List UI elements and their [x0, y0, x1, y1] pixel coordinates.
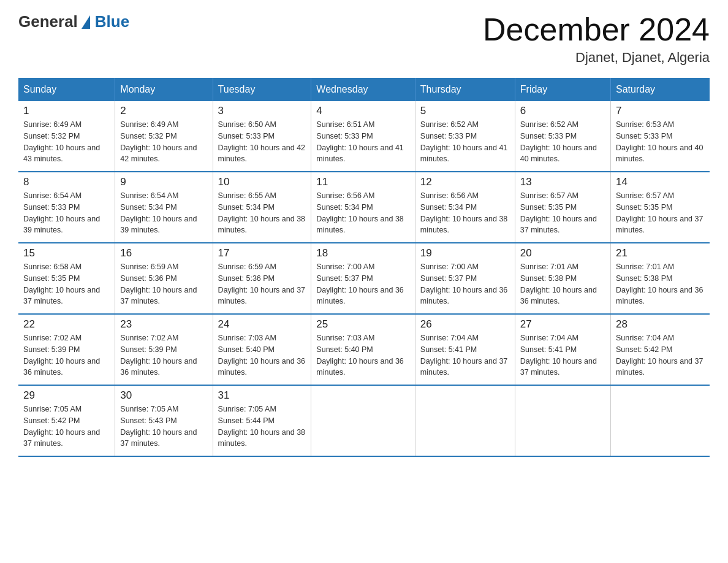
calendar-header-row: SundayMondayTuesdayWednesdayThursdayFrid…	[18, 78, 710, 101]
day-number: 7	[616, 105, 705, 117]
day-info: Sunrise: 7:03 AM Sunset: 5:40 PM Dayligh…	[316, 332, 409, 378]
day-number: 13	[520, 176, 605, 188]
day-info: Sunrise: 7:04 AM Sunset: 5:41 PM Dayligh…	[520, 332, 605, 378]
day-info: Sunrise: 7:05 AM Sunset: 5:42 PM Dayligh…	[23, 404, 110, 450]
day-info: Sunrise: 6:49 AM Sunset: 5:32 PM Dayligh…	[23, 119, 110, 165]
day-number: 25	[316, 318, 409, 331]
day-number: 29	[23, 389, 110, 402]
logo-triangle-icon	[82, 15, 90, 29]
week-row-5: 29 Sunrise: 7:05 AM Sunset: 5:42 PM Dayl…	[18, 385, 710, 456]
page-header: General Blue December 2024 Djanet, Djane…	[18, 12, 710, 66]
day-number: 30	[120, 389, 207, 402]
calendar-cell: 17 Sunrise: 6:59 AM Sunset: 5:36 PM Dayl…	[213, 243, 311, 314]
header-wednesday: Wednesday	[311, 78, 415, 101]
calendar-cell: 23 Sunrise: 7:02 AM Sunset: 5:39 PM Dayl…	[115, 314, 213, 385]
day-number: 16	[120, 247, 207, 259]
day-number: 15	[23, 247, 110, 259]
calendar-cell: 13 Sunrise: 6:57 AM Sunset: 5:35 PM Dayl…	[515, 172, 610, 243]
calendar-cell: 20 Sunrise: 7:01 AM Sunset: 5:38 PM Dayl…	[515, 243, 610, 314]
day-number: 27	[520, 318, 605, 331]
day-info: Sunrise: 6:52 AM Sunset: 5:33 PM Dayligh…	[520, 119, 605, 165]
header-tuesday: Tuesday	[213, 78, 311, 101]
header-thursday: Thursday	[415, 78, 515, 101]
day-info: Sunrise: 7:04 AM Sunset: 5:41 PM Dayligh…	[420, 332, 510, 378]
day-info: Sunrise: 6:53 AM Sunset: 5:33 PM Dayligh…	[616, 119, 705, 165]
day-info: Sunrise: 6:58 AM Sunset: 5:35 PM Dayligh…	[23, 261, 110, 307]
calendar-cell: 16 Sunrise: 6:59 AM Sunset: 5:36 PM Dayl…	[115, 243, 213, 314]
calendar-cell: 26 Sunrise: 7:04 AM Sunset: 5:41 PM Dayl…	[415, 314, 515, 385]
calendar-cell: 29 Sunrise: 7:05 AM Sunset: 5:42 PM Dayl…	[18, 385, 115, 456]
calendar-cell: 10 Sunrise: 6:55 AM Sunset: 5:34 PM Dayl…	[213, 172, 311, 243]
day-number: 1	[23, 105, 110, 117]
header-monday: Monday	[115, 78, 213, 101]
calendar-cell: 12 Sunrise: 6:56 AM Sunset: 5:34 PM Dayl…	[415, 172, 515, 243]
day-info: Sunrise: 7:00 AM Sunset: 5:37 PM Dayligh…	[316, 261, 409, 307]
day-info: Sunrise: 6:59 AM Sunset: 5:36 PM Dayligh…	[120, 261, 207, 307]
calendar-cell: 25 Sunrise: 7:03 AM Sunset: 5:40 PM Dayl…	[311, 314, 415, 385]
day-info: Sunrise: 7:01 AM Sunset: 5:38 PM Dayligh…	[616, 261, 705, 307]
calendar-cell: 21 Sunrise: 7:01 AM Sunset: 5:38 PM Dayl…	[610, 243, 710, 314]
header-friday: Friday	[515, 78, 610, 101]
day-number: 14	[616, 176, 705, 188]
calendar-cell: 15 Sunrise: 6:58 AM Sunset: 5:35 PM Dayl…	[18, 243, 115, 314]
day-number: 19	[420, 247, 510, 259]
week-row-1: 1 Sunrise: 6:49 AM Sunset: 5:32 PM Dayli…	[18, 101, 710, 172]
day-info: Sunrise: 6:50 AM Sunset: 5:33 PM Dayligh…	[218, 119, 306, 165]
day-number: 4	[316, 105, 409, 117]
calendar-cell: 4 Sunrise: 6:51 AM Sunset: 5:33 PM Dayli…	[311, 101, 415, 172]
calendar-cell: 19 Sunrise: 7:00 AM Sunset: 5:37 PM Dayl…	[415, 243, 515, 314]
logo-text-general: General	[18, 12, 78, 31]
day-info: Sunrise: 6:56 AM Sunset: 5:34 PM Dayligh…	[420, 190, 510, 236]
calendar-cell: 11 Sunrise: 6:56 AM Sunset: 5:34 PM Dayl…	[311, 172, 415, 243]
calendar-cell: 18 Sunrise: 7:00 AM Sunset: 5:37 PM Dayl…	[311, 243, 415, 314]
day-info: Sunrise: 6:54 AM Sunset: 5:33 PM Dayligh…	[23, 190, 110, 236]
day-number: 8	[23, 176, 110, 188]
day-number: 22	[23, 318, 110, 331]
calendar-cell: 22 Sunrise: 7:02 AM Sunset: 5:39 PM Dayl…	[18, 314, 115, 385]
calendar-cell: 2 Sunrise: 6:49 AM Sunset: 5:32 PM Dayli…	[115, 101, 213, 172]
day-number: 2	[120, 105, 207, 117]
header-saturday: Saturday	[610, 78, 710, 101]
day-number: 31	[218, 389, 306, 402]
day-number: 18	[316, 247, 409, 259]
logo-text-blue: Blue	[95, 12, 129, 31]
location-title: Djanet, Djanet, Algeria	[483, 50, 710, 66]
calendar-cell: 27 Sunrise: 7:04 AM Sunset: 5:41 PM Dayl…	[515, 314, 610, 385]
calendar-cell: 1 Sunrise: 6:49 AM Sunset: 5:32 PM Dayli…	[18, 101, 115, 172]
calendar-cell: 24 Sunrise: 7:03 AM Sunset: 5:40 PM Dayl…	[213, 314, 311, 385]
day-info: Sunrise: 7:00 AM Sunset: 5:37 PM Dayligh…	[420, 261, 510, 307]
logo: General Blue	[18, 12, 129, 31]
calendar-cell: 31 Sunrise: 7:05 AM Sunset: 5:44 PM Dayl…	[213, 385, 311, 456]
calendar-cell: 3 Sunrise: 6:50 AM Sunset: 5:33 PM Dayli…	[213, 101, 311, 172]
day-number: 26	[420, 318, 510, 331]
calendar-cell: 7 Sunrise: 6:53 AM Sunset: 5:33 PM Dayli…	[610, 101, 710, 172]
week-row-2: 8 Sunrise: 6:54 AM Sunset: 5:33 PM Dayli…	[18, 172, 710, 243]
week-row-3: 15 Sunrise: 6:58 AM Sunset: 5:35 PM Dayl…	[18, 243, 710, 314]
day-number: 6	[520, 105, 605, 117]
calendar-cell: 6 Sunrise: 6:52 AM Sunset: 5:33 PM Dayli…	[515, 101, 610, 172]
day-number: 12	[420, 176, 510, 188]
calendar-cell: 5 Sunrise: 6:52 AM Sunset: 5:33 PM Dayli…	[415, 101, 515, 172]
day-info: Sunrise: 6:49 AM Sunset: 5:32 PM Dayligh…	[120, 119, 207, 165]
day-number: 23	[120, 318, 207, 331]
day-number: 28	[616, 318, 705, 331]
month-title: December 2024	[483, 12, 710, 47]
calendar-cell	[311, 385, 415, 456]
day-info: Sunrise: 7:02 AM Sunset: 5:39 PM Dayligh…	[23, 332, 110, 378]
day-number: 24	[218, 318, 306, 331]
calendar-table: SundayMondayTuesdayWednesdayThursdayFrid…	[18, 78, 710, 457]
day-info: Sunrise: 6:55 AM Sunset: 5:34 PM Dayligh…	[218, 190, 306, 236]
title-block: December 2024 Djanet, Djanet, Algeria	[483, 12, 710, 66]
day-info: Sunrise: 7:05 AM Sunset: 5:44 PM Dayligh…	[218, 404, 306, 450]
day-info: Sunrise: 6:52 AM Sunset: 5:33 PM Dayligh…	[420, 119, 510, 165]
calendar-cell: 8 Sunrise: 6:54 AM Sunset: 5:33 PM Dayli…	[18, 172, 115, 243]
day-number: 11	[316, 176, 409, 188]
calendar-cell: 30 Sunrise: 7:05 AM Sunset: 5:43 PM Dayl…	[115, 385, 213, 456]
day-info: Sunrise: 6:57 AM Sunset: 5:35 PM Dayligh…	[520, 190, 605, 236]
calendar-cell: 28 Sunrise: 7:04 AM Sunset: 5:42 PM Dayl…	[610, 314, 710, 385]
calendar-cell: 14 Sunrise: 6:57 AM Sunset: 5:35 PM Dayl…	[610, 172, 710, 243]
day-number: 20	[520, 247, 605, 259]
week-row-4: 22 Sunrise: 7:02 AM Sunset: 5:39 PM Dayl…	[18, 314, 710, 385]
header-sunday: Sunday	[18, 78, 115, 101]
day-number: 21	[616, 247, 705, 259]
